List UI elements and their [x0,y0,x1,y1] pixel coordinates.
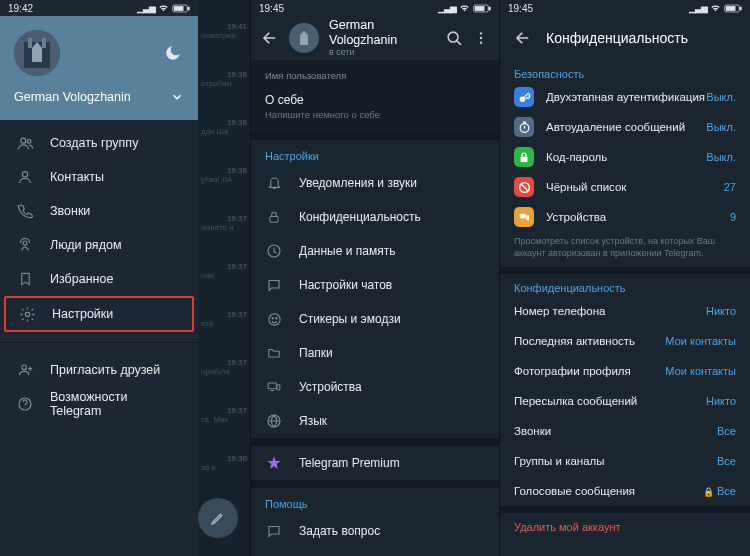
privacy-row[interactable]: Фотографии профиляМои контакты [500,356,750,386]
night-mode-icon[interactable] [164,44,182,62]
security-label: Автоудаление сообщений [546,121,685,133]
menu-item-help[interactable]: Возможности Telegram [0,387,198,421]
menu-label: Люди рядом [50,238,121,252]
svg-point-9 [22,172,27,177]
help-chat[interactable]: Задать вопрос [251,514,499,548]
security-icon [514,117,534,137]
menu-item-gear[interactable]: Настройки [4,296,194,332]
privacy-row[interactable]: Пересылка сообщенийНикто [500,386,750,416]
setting-folder[interactable]: Папки [251,336,499,370]
avatar[interactable] [289,23,319,53]
security-label: Двухэтапная аутентификация [546,91,705,103]
clock: 19:42 [8,3,33,14]
security-row[interactable]: Устройства9 [500,202,750,232]
setting-devices[interactable]: Устройства [251,370,499,404]
menu-item-phone[interactable]: Звонки [0,194,198,228]
bell-icon [265,175,283,191]
security-value: 27 [724,181,736,193]
nearby-icon [16,237,34,253]
svg-rect-33 [740,7,741,10]
menu-item-person[interactable]: Контакты [0,160,198,194]
bookmark-icon [16,271,34,287]
chat-icon [265,278,283,293]
setting-sticker[interactable]: Стикеры и эмодзи [251,302,499,336]
privacy-row[interactable]: Группы и каналыВсе [500,446,750,476]
settings-list: Уведомления и звукиКонфиденциальностьДан… [251,166,499,438]
security-value: Выкл. [706,121,736,133]
svg-rect-36 [521,156,528,162]
security-row[interactable]: Двухэтапная аутентификацияВыкл. [500,82,750,112]
gear-icon [18,306,36,323]
menu-label: Пригласить друзей [50,363,160,377]
section-gap [251,438,499,446]
back-icon[interactable] [514,29,532,47]
delete-account-header[interactable]: Удалить мой аккаунт [500,513,750,535]
security-row[interactable]: Код-парольВыкл. [500,142,750,172]
back-icon[interactable] [261,29,279,47]
svg-rect-27 [268,383,276,389]
security-row[interactable]: Чёрный список27 [500,172,750,202]
privacy-row[interactable]: ЗвонкиВсе [500,416,750,446]
setting-globe[interactable]: Язык [251,404,499,438]
help-section-header: Помощь [251,488,499,514]
battery-icon [473,4,491,13]
menu-item-invite[interactable]: Пригласить друзей [0,353,198,387]
account-switcher[interactable] [170,90,184,104]
privacy-label: Группы и каналы [514,455,605,467]
privacy-panel: 19:45 ▁▃▅ Конфиденциальность Безопасност… [500,0,750,556]
menu-item-bookmark[interactable]: Избранное [0,262,198,296]
setting-label: Язык [299,414,327,428]
status-bar: 19:45 ▁▃▅ [500,0,750,16]
security-icon [514,147,534,167]
privacy-row[interactable]: Последняя активностьМои контакты [500,326,750,356]
compose-fab[interactable] [198,498,238,538]
drawer-header: German Vologzhanin [0,16,198,120]
svg-point-18 [448,32,458,42]
star-icon [265,455,283,471]
setting-label: Стикеры и эмодзи [299,312,401,326]
phone-icon [16,203,34,219]
svg-rect-32 [726,6,735,10]
avatar[interactable] [14,30,60,76]
about-hint: Напишите немного о себе [265,109,485,120]
setting-chat[interactable]: Настройки чатов [251,268,499,302]
profile-status: в сети [329,47,436,57]
svg-point-10 [23,241,27,245]
about-section[interactable]: Имя пользователя О себе Напишите немного… [251,60,499,132]
premium-row[interactable]: Telegram Premium [251,446,499,480]
svg-point-26 [275,317,276,318]
svg-point-8 [27,139,31,143]
privacy-value: Никто [706,395,736,407]
setting-bell[interactable]: Уведомления и звуки [251,166,499,200]
devices-icon [265,380,283,394]
lock-icon: 🔒 [703,487,714,497]
security-label: Устройства [546,211,606,223]
privacy-section-header: Конфиденциальность [500,274,750,296]
clock: 19:45 [259,3,284,14]
privacy-value: Все [717,425,736,437]
status-bar: 19:45 ▁▃▅ [251,0,499,16]
svg-point-12 [21,365,26,370]
security-value: 9 [730,211,736,223]
help-help[interactable]: Вопросы о Telegram [251,548,499,556]
data-icon [265,243,283,259]
search-icon[interactable] [446,30,463,47]
signal-icon: ▁▃▅ [438,3,456,13]
privacy-row[interactable]: Голосовые сообщения🔒Все [500,476,750,506]
svg-point-7 [20,138,25,143]
security-row[interactable]: Автоудаление сообщенийВыкл. [500,112,750,142]
setting-label: Данные и память [299,244,395,258]
privacy-value: Мои контакты [665,365,736,377]
privacy-row[interactable]: Номер телефонаНикто [500,296,750,326]
section-gap [251,480,499,488]
setting-data[interactable]: Данные и память [251,234,499,268]
menu-item-nearby[interactable]: Люди рядом [0,228,198,262]
menu-item-group[interactable]: Создать группу [0,126,198,160]
more-icon[interactable] [473,30,489,46]
privacy-value: Все [717,455,736,467]
wifi-icon [459,4,470,13]
setting-lock[interactable]: Конфиденциальность [251,200,499,234]
section-gap [251,132,499,140]
setting-label: Уведомления и звуки [299,176,417,190]
person-icon [16,169,34,185]
